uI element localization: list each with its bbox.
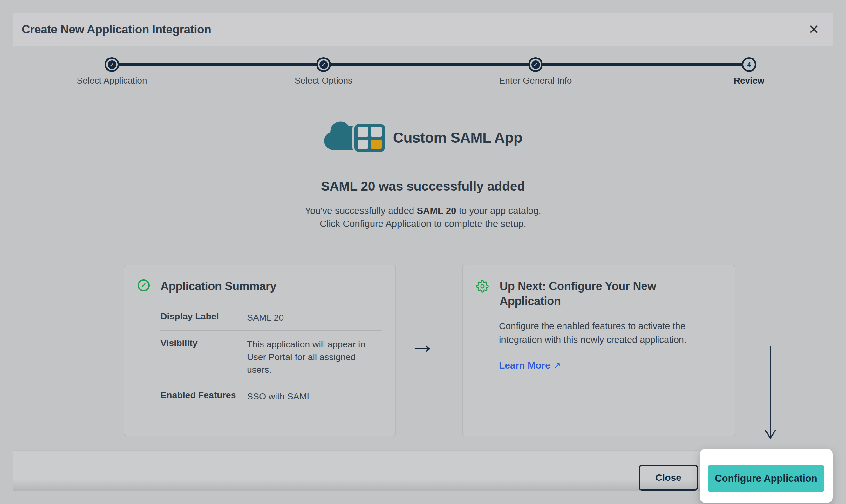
grid-cell xyxy=(358,127,368,137)
summary-rows: Display Label SAML 20 Visibility This ap… xyxy=(161,304,382,409)
arrow-right-icon: → xyxy=(409,329,435,359)
summary-row-display-label: Display Label SAML 20 xyxy=(161,304,382,331)
gear-icon xyxy=(476,280,489,293)
summary-row-value: This application will appear in User Por… xyxy=(247,338,382,376)
grid-cell xyxy=(358,140,368,149)
external-link-icon: ↗ xyxy=(554,360,561,371)
modal-header: Create New Application Integration ✕ xyxy=(13,13,833,47)
stepper-connector-line xyxy=(112,63,749,66)
up-next-card-header: Up Next: Configure Your New Application xyxy=(476,279,721,309)
step-label-enter-general-info: Enter General Info xyxy=(472,76,599,86)
grid-cell-amber xyxy=(371,140,382,149)
app-logo-label: Custom SAML App xyxy=(393,129,522,146)
step-3-circle-completed: ✓ xyxy=(528,57,543,72)
step-1-circle-completed: ✓ xyxy=(105,57,119,72)
configure-application-button[interactable]: Configure Application xyxy=(708,465,824,492)
app-grid-icon xyxy=(354,124,385,152)
step-label-select-application: Select Application xyxy=(48,76,176,86)
success-heading: SAML 20 was successfully added xyxy=(0,179,846,194)
app-logo: Custom SAML App xyxy=(0,118,846,152)
summary-card-title: Application Summary xyxy=(161,279,276,294)
step-2-circle-completed: ✓ xyxy=(316,57,331,72)
success-line1-prefix: You've successfully added xyxy=(305,205,417,216)
grid-cell xyxy=(371,127,382,137)
modal-screen: Create New Application Integration ✕ ✓ ✓… xyxy=(0,0,846,504)
summary-card-header: ✓ Application Summary xyxy=(138,279,382,294)
success-line1-suffix: to your app catalog. xyxy=(456,205,541,216)
up-next-card: Up Next: Configure Your New Application … xyxy=(462,265,735,436)
learn-more-label: Learn More xyxy=(499,360,551,371)
summary-row-value: SAML 20 xyxy=(247,311,284,324)
up-next-card-title: Up Next: Configure Your New Application xyxy=(500,279,687,309)
summary-row-label: Enabled Features xyxy=(161,390,247,403)
check-icon: ✓ xyxy=(108,60,116,69)
check-circle-icon: ✓ xyxy=(138,279,150,291)
summary-row-visibility: Visibility This application will appear … xyxy=(161,331,382,383)
up-next-card-body: Configure the enabled features to activa… xyxy=(499,319,712,347)
check-icon: ✓ xyxy=(319,60,328,69)
summary-row-value: SSO with SAML xyxy=(247,390,312,403)
step-4-circle-current: 4 xyxy=(742,57,756,72)
summary-row-label: Display Label xyxy=(161,311,247,324)
summary-row-label: Visibility xyxy=(161,338,247,376)
check-icon: ✓ xyxy=(532,60,540,69)
step-label-select-options: Select Options xyxy=(260,76,387,86)
arrow-down-pointer-icon xyxy=(763,346,777,446)
success-line2: Click Configure Application to complete … xyxy=(320,218,526,229)
close-icon[interactable]: ✕ xyxy=(805,21,823,38)
success-app-name: SAML 20 xyxy=(417,205,456,216)
summary-row-enabled-features: Enabled Features SSO with SAML xyxy=(161,383,382,409)
step-number: 4 xyxy=(747,61,751,68)
success-message: You've successfully added SAML 20 to you… xyxy=(0,204,846,230)
step-label-review: Review xyxy=(685,76,813,86)
application-summary-card: ✓ Application Summary Display Label SAML… xyxy=(124,265,396,436)
modal-title: Create New Application Integration xyxy=(22,23,211,36)
close-button[interactable]: Close xyxy=(639,465,698,491)
spotlight-highlight: Configure Application xyxy=(700,449,833,503)
learn-more-link[interactable]: Learn More ↗ xyxy=(499,360,561,371)
